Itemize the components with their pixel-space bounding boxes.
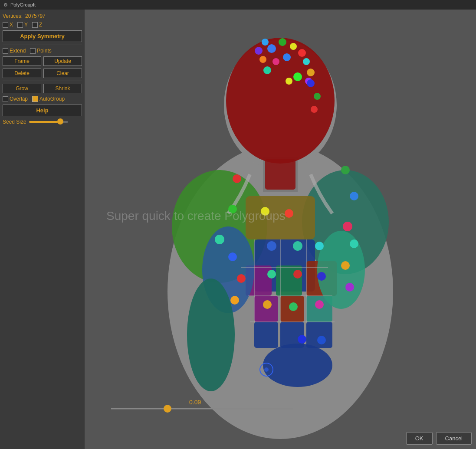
extend-checkbox[interactable] xyxy=(3,48,8,54)
svg-rect-7 xyxy=(246,196,315,239)
points-checkbox-label[interactable]: Points xyxy=(30,48,51,54)
seed-size-fill xyxy=(29,121,59,123)
seed-size-track[interactable] xyxy=(29,121,68,123)
extend-points-row: Extend Points xyxy=(3,48,82,54)
z-checkbox-label[interactable]: Z xyxy=(32,22,42,28)
ok-button[interactable]: OK xyxy=(406,432,433,445)
svg-point-30 xyxy=(279,38,286,46)
svg-point-68 xyxy=(289,302,298,311)
svg-rect-12 xyxy=(254,296,278,322)
svg-point-4 xyxy=(226,38,335,164)
svg-point-58 xyxy=(345,283,354,292)
seed-size-row: Seed Size xyxy=(3,119,82,125)
seed-size-thumb[interactable] xyxy=(57,118,63,125)
help-row: Help xyxy=(3,105,82,116)
model-canvas: 0.09 xyxy=(85,10,476,449)
vertices-value: 2075797 xyxy=(25,13,46,19)
svg-point-61 xyxy=(267,241,276,251)
svg-point-38 xyxy=(272,58,279,65)
grow-shrink-row: Grow Shrink xyxy=(3,84,82,93)
svg-rect-15 xyxy=(254,322,278,348)
svg-point-47 xyxy=(233,174,241,183)
seed-size-label: Seed Size xyxy=(3,119,26,125)
svg-point-56 xyxy=(350,239,358,248)
svg-point-62 xyxy=(293,241,302,251)
apply-symmetry-row: Apply Symmetry xyxy=(3,30,82,42)
apply-symmetry-button[interactable]: Apply Symmetry xyxy=(3,30,82,42)
svg-point-48 xyxy=(228,205,237,213)
vertices-label: Vertices: xyxy=(3,13,23,19)
frame-button[interactable]: Frame xyxy=(3,56,41,66)
svg-point-75 xyxy=(164,405,171,413)
divider-2 xyxy=(3,81,82,81)
svg-point-46 xyxy=(311,106,318,113)
svg-point-21 xyxy=(187,279,235,391)
x-checkbox-label[interactable]: X xyxy=(3,22,13,28)
svg-point-63 xyxy=(315,242,324,250)
overlap-checkbox[interactable] xyxy=(3,96,8,102)
z-checkbox[interactable] xyxy=(32,22,38,28)
svg-point-57 xyxy=(341,261,350,270)
svg-point-43 xyxy=(286,78,292,85)
svg-point-71 xyxy=(317,336,326,344)
y-checkbox[interactable] xyxy=(17,22,23,28)
svg-point-39 xyxy=(263,66,271,74)
clear-button[interactable]: Clear xyxy=(43,69,82,78)
svg-point-34 xyxy=(307,69,315,76)
overlap-label: Overlap xyxy=(10,96,28,102)
svg-point-53 xyxy=(341,166,350,174)
autogroup-checkbox-label[interactable]: AutoGroup xyxy=(32,96,65,102)
svg-point-50 xyxy=(228,252,237,261)
bottom-bar: OK Cancel xyxy=(389,427,476,449)
svg-point-45 xyxy=(314,93,321,100)
svg-text:0.09: 0.09 xyxy=(189,399,201,406)
points-label: Points xyxy=(37,48,51,54)
delete-button[interactable]: Delete xyxy=(3,69,41,78)
extend-checkbox-label[interactable]: Extend xyxy=(3,48,26,54)
svg-point-66 xyxy=(317,272,326,281)
overlap-checkbox-label[interactable]: Overlap xyxy=(3,96,28,102)
extend-label: Extend xyxy=(10,48,26,54)
svg-point-51 xyxy=(237,274,246,283)
titlebar: ⚙ PolyGroupIt xyxy=(0,0,476,10)
svg-rect-22 xyxy=(265,159,295,190)
vertices-row: Vertices: 2075797 xyxy=(3,13,82,19)
svg-point-59 xyxy=(261,207,269,216)
points-checkbox[interactable] xyxy=(30,48,36,54)
frame-update-row: Frame Update xyxy=(3,56,82,66)
svg-point-54 xyxy=(350,192,358,200)
svg-point-70 xyxy=(298,335,306,344)
grow-button[interactable]: Grow xyxy=(3,84,41,93)
svg-point-60 xyxy=(285,209,293,218)
svg-point-20 xyxy=(263,344,332,387)
svg-point-67 xyxy=(263,300,272,309)
svg-point-40 xyxy=(259,56,266,63)
x-label: X xyxy=(10,22,13,28)
svg-point-44 xyxy=(307,79,315,87)
left-panel: Vertices: 2075797 X Y Z Apply Symmetry E… xyxy=(0,10,85,449)
svg-point-32 xyxy=(298,49,306,57)
viewport[interactable]: 0.09 Super quick to create Polygroups xyxy=(85,10,476,449)
svg-point-37 xyxy=(283,53,291,61)
svg-point-41 xyxy=(255,47,263,55)
svg-point-49 xyxy=(215,235,224,244)
svg-point-52 xyxy=(230,296,239,305)
shrink-button[interactable]: Shrink xyxy=(43,84,82,93)
update-button[interactable]: Update xyxy=(43,56,82,66)
help-button[interactable]: Help xyxy=(3,105,82,116)
svg-point-64 xyxy=(267,270,276,279)
app-icon: ⚙ xyxy=(3,2,8,8)
svg-point-69 xyxy=(315,300,324,309)
svg-rect-17 xyxy=(306,322,332,348)
z-label: Z xyxy=(39,22,42,28)
xyz-row: X Y Z xyxy=(3,22,82,28)
cancel-button[interactable]: Cancel xyxy=(436,432,472,445)
app-title: PolyGroupIt xyxy=(10,2,36,7)
y-checkbox-label[interactable]: Y xyxy=(17,22,28,28)
autogroup-label: AutoGroup xyxy=(39,96,65,102)
svg-point-36 xyxy=(293,72,302,81)
overlap-autogroup-row: Overlap AutoGroup xyxy=(3,96,82,102)
autogroup-color-swatch xyxy=(32,96,38,102)
x-checkbox[interactable] xyxy=(3,22,8,28)
svg-point-31 xyxy=(290,43,297,50)
